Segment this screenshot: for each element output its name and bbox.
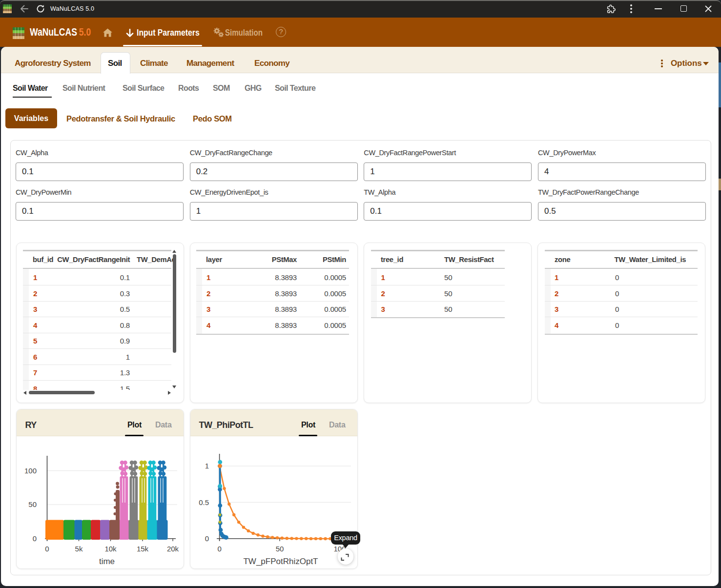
svg-text:50: 50 [28, 500, 37, 508]
svg-text:TW_pFPotRhizOptT: TW_pFPotRhizOptT [243, 557, 318, 566]
svg-text:0: 0 [33, 534, 37, 543]
svg-text:50: 50 [276, 545, 284, 553]
svg-text:0: 0 [205, 534, 209, 543]
svg-text:5k: 5k [75, 545, 83, 553]
svg-text:0.5: 0.5 [199, 498, 209, 507]
svg-text:100: 100 [24, 466, 37, 475]
svg-text:0: 0 [217, 545, 221, 553]
svg-text:1: 1 [205, 462, 209, 470]
svg-text:15k: 15k [137, 545, 149, 553]
svg-text:time: time [99, 557, 115, 566]
svg-text:20k: 20k [167, 545, 179, 553]
svg-text:0: 0 [45, 545, 49, 553]
svg-text:10k: 10k [104, 545, 117, 553]
